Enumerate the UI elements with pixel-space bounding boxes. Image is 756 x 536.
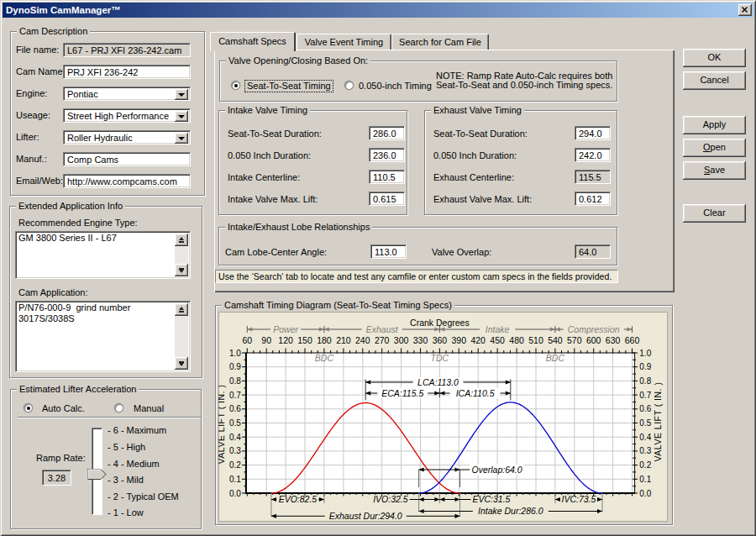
svg-text:420: 420 xyxy=(470,335,486,345)
svg-text:0.4: 0.4 xyxy=(639,433,651,442)
svg-text:60: 60 xyxy=(242,335,252,345)
svg-text:0.7: 0.7 xyxy=(639,391,651,400)
svg-text:180: 180 xyxy=(317,335,332,345)
svg-text:0.0: 0.0 xyxy=(229,489,241,498)
svg-text:VALVE LIFT ( IN. ): VALVE LIFT ( IN. ) xyxy=(218,385,226,465)
svg-text:300: 300 xyxy=(394,335,409,345)
svg-text:ECA:115.5: ECA:115.5 xyxy=(381,388,423,398)
svg-text:600: 600 xyxy=(586,335,601,345)
svg-text:480: 480 xyxy=(509,335,524,345)
svg-text:IVO:32.5: IVO:32.5 xyxy=(373,494,408,504)
svg-text:0.3: 0.3 xyxy=(639,446,651,455)
svg-text:Power: Power xyxy=(273,324,298,334)
svg-text:0.9: 0.9 xyxy=(639,362,651,371)
svg-text:240: 240 xyxy=(355,335,370,345)
svg-text:ICA:110.5: ICA:110.5 xyxy=(456,388,495,398)
svg-text:0.2: 0.2 xyxy=(639,460,651,470)
svg-text:LCA:113.0: LCA:113.0 xyxy=(417,377,459,387)
svg-text:0.1: 0.1 xyxy=(639,475,651,484)
svg-text:570: 570 xyxy=(567,335,582,345)
svg-text:0.3: 0.3 xyxy=(229,446,241,455)
svg-text:660: 660 xyxy=(625,335,640,345)
svg-text:Intake: Intake xyxy=(486,324,510,334)
svg-text:Exhaust Dur:294.0: Exhaust Dur:294.0 xyxy=(329,511,402,521)
svg-text:Exhaust: Exhaust xyxy=(366,324,399,334)
svg-text:VALVE LIFT ( IN. ): VALVE LIFT ( IN. ) xyxy=(653,382,663,462)
svg-text:150: 150 xyxy=(297,335,312,345)
svg-text:0.8: 0.8 xyxy=(229,376,241,386)
svg-text:EVO:82.5: EVO:82.5 xyxy=(279,494,318,504)
svg-text:0.8: 0.8 xyxy=(639,376,651,386)
svg-text:0.6: 0.6 xyxy=(639,404,651,413)
svg-text:510: 510 xyxy=(528,335,543,345)
svg-text:0.4: 0.4 xyxy=(229,433,241,442)
svg-text:Compression: Compression xyxy=(568,324,620,334)
svg-text:0.9: 0.9 xyxy=(229,362,241,371)
svg-text:540: 540 xyxy=(548,335,563,345)
svg-text:630: 630 xyxy=(606,335,621,345)
svg-text:BDC: BDC xyxy=(315,353,334,363)
svg-text:IVC:73.5: IVC:73.5 xyxy=(561,494,596,504)
svg-text:210: 210 xyxy=(336,335,351,345)
svg-text:270: 270 xyxy=(375,335,390,345)
svg-text:0.2: 0.2 xyxy=(229,460,241,470)
svg-text:0.7: 0.7 xyxy=(229,391,241,400)
svg-text:0.6: 0.6 xyxy=(229,404,241,413)
svg-text:330: 330 xyxy=(413,335,428,345)
svg-text:Overlap:64.0: Overlap:64.0 xyxy=(472,465,522,475)
svg-text:1.0: 1.0 xyxy=(639,349,651,358)
svg-text:0.5: 0.5 xyxy=(229,418,241,428)
svg-text:EVC:31.5: EVC:31.5 xyxy=(473,494,511,504)
svg-text:0.5: 0.5 xyxy=(639,418,651,428)
svg-text:90: 90 xyxy=(261,335,271,345)
svg-text:TDC: TDC xyxy=(431,353,449,363)
svg-text:360: 360 xyxy=(433,335,448,345)
svg-text:0.1: 0.1 xyxy=(229,475,241,484)
svg-text:0.0: 0.0 xyxy=(639,489,651,498)
svg-text:1.0: 1.0 xyxy=(229,349,241,358)
svg-text:120: 120 xyxy=(278,335,293,345)
svg-text:Intake Dur:286.0: Intake Dur:286.0 xyxy=(478,506,543,516)
svg-text:BDC: BDC xyxy=(546,353,565,363)
svg-text:450: 450 xyxy=(490,335,505,345)
svg-text:390: 390 xyxy=(452,335,467,345)
